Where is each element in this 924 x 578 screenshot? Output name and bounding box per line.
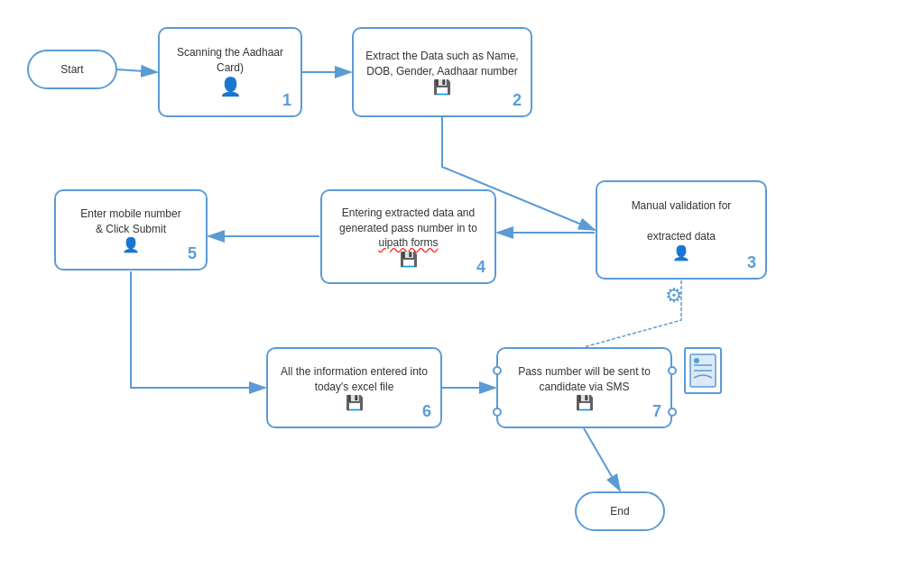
connector-circle-right [668,366,677,375]
gear-icon: ⚙ [665,284,683,307]
step2-text: Extract the Data such as Name, DOB, Gend… [361,49,523,79]
step6-text: All the information entered into today's… [275,364,433,395]
step3-num: 3 [747,253,756,272]
step3-text: Manual validation forextracted data [632,198,732,243]
end-node: End [575,491,665,531]
diagram-container: Start Scanning the Aadhaar Card) 👤 1 Ext… [0,0,924,578]
end-label: End [610,504,629,519]
svg-line-2 [117,69,157,72]
step1-text: Scanning the Aadhaar Card) [167,45,293,76]
svg-point-11 [694,358,699,363]
step7-num: 7 [652,402,661,421]
step3-person-icon: 👤 [672,244,690,261]
step7-db-icon: 💾 [576,394,594,411]
svg-line-7 [584,428,620,491]
step1-num: 1 [282,91,291,110]
start-label: Start [60,62,83,78]
step6-db-icon: 💾 [346,394,364,411]
start-node: Start [27,50,117,89]
step4-node: Entering extracted data and generated pa… [320,189,496,284]
step2-db-icon: 💾 [433,78,451,96]
connector-circle-left [493,366,502,375]
step5-text: Enter mobile number& Click Submit [80,206,180,237]
step1-node: Scanning the Aadhaar Card) 👤 1 [158,27,302,117]
step6-node: All the information entered into today's… [266,347,442,428]
step5-node: Enter mobile number& Click Submit 👤 5 [54,189,208,271]
step5-person-icon: 👤 [122,236,140,253]
step4-num: 4 [476,258,485,277]
step3-node: Manual validation forextracted data 👤 3 [596,180,767,280]
step7-node: Pass number will be sent to candidate vi… [496,347,672,428]
step1-person-icon: 👤 [219,76,242,97]
connector-circle-left-bottom [493,408,502,417]
step6-num: 6 [422,402,431,421]
connector-circle-right-bottom [668,408,677,417]
document-icon [684,347,722,394]
step7-text: Pass number will be sent to candidate vi… [505,364,663,395]
step2-node: Extract the Data such as Name, DOB, Gend… [352,27,532,117]
step2-num: 2 [513,91,522,110]
step4-db-icon: 💾 [400,251,418,268]
step4-text: Entering extracted data and generated pa… [329,206,487,251]
step5-num: 5 [188,244,197,263]
